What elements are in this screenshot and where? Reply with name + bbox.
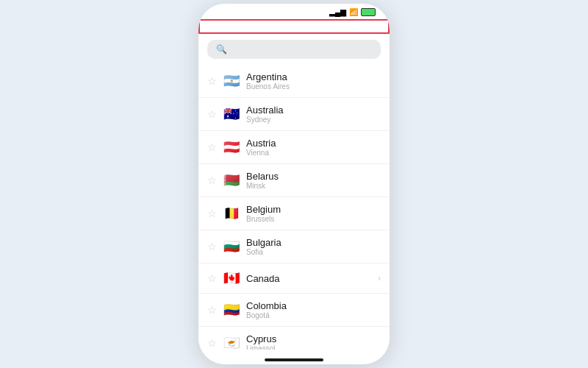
country-flag: 🇧🇬 [223, 238, 240, 255]
location-info: Bulgaria Sofia [246, 237, 381, 256]
location-city: Sydney [246, 116, 381, 124]
location-name: Austria [246, 138, 381, 149]
location-city: Minsk [246, 182, 381, 190]
status-icons: ▂▄▆ 📶 [329, 8, 378, 16]
favorite-icon[interactable]: ☆ [207, 174, 217, 186]
list-item[interactable]: ☆ 🇦🇷 Argentina Buenos Aires [198, 65, 390, 98]
location-name: Canada [246, 273, 372, 284]
location-name: Belgium [246, 204, 381, 215]
location-city: Buenos Aires [246, 82, 381, 91]
country-flag: 🇦🇷 [223, 73, 240, 89]
home-indicator [265, 358, 323, 361]
favorite-icon[interactable]: ☆ [207, 141, 217, 153]
search-bar: 🔍 [198, 34, 390, 65]
list-item[interactable]: ☆ 🇧🇬 Bulgaria Sofia [198, 230, 390, 263]
locations-list: ☆ 🇦🇷 Argentina Buenos Aires ☆ 🇦🇺 Austral… [198, 65, 390, 350]
status-bar: ▂▄▆ 📶 [198, 4, 390, 19]
country-flag: 🇨🇦 [223, 270, 240, 286]
country-flag: 🇧🇾 [223, 172, 240, 188]
location-info: Argentina Buenos Aires [246, 71, 381, 91]
country-flag: 🇦🇺 [223, 106, 240, 122]
battery-icon [361, 8, 376, 16]
location-info: Australia Sydney [246, 105, 381, 124]
favorite-icon[interactable]: ☆ [207, 304, 217, 316]
signal-icon: ▂▄▆ [329, 8, 346, 16]
country-flag: 🇦🇹 [223, 139, 240, 155]
list-item[interactable]: ☆ 🇨🇴 Colombia Bogotá [198, 294, 390, 327]
favorite-icon[interactable]: ☆ [207, 241, 217, 252]
favorite-icon[interactable]: ☆ [207, 272, 217, 284]
list-item[interactable]: ☆ 🇦🇺 Australia Sydney [198, 98, 390, 131]
list-item[interactable]: ☆ 🇨🇾 Cyprus Limassol [198, 327, 390, 350]
wifi-icon: 📶 [349, 8, 358, 16]
location-city: Vienna [246, 149, 381, 157]
favorite-icon[interactable]: ☆ [207, 75, 217, 87]
location-city: Brussels [246, 215, 381, 223]
bottom-bar [198, 350, 390, 364]
location-info: Colombia Bogotá [246, 300, 381, 319]
chevron-right-icon: › [378, 273, 381, 283]
nav-bar [198, 19, 390, 34]
country-flag: 🇨🇾 [223, 335, 240, 350]
location-city: Limassol [246, 344, 381, 350]
location-name: Belarus [246, 171, 381, 182]
search-icon: 🔍 [216, 44, 227, 54]
location-name: Bulgaria [246, 237, 381, 248]
location-city: Sofia [246, 248, 381, 256]
location-name: Colombia [246, 300, 381, 311]
country-flag: 🇨🇴 [223, 302, 240, 318]
favorite-icon[interactable]: ☆ [207, 208, 217, 219]
location-info: Canada [246, 273, 372, 284]
location-info: Cyprus Limassol [246, 333, 381, 350]
location-info: Austria Vienna [246, 138, 381, 157]
favorite-icon[interactable]: ☆ [207, 337, 217, 349]
location-city: Bogotá [246, 311, 381, 319]
location-info: Belgium Brussels [246, 204, 381, 223]
phone-frame: ▂▄▆ 📶 🔍 ☆ 🇦🇷 Argentina Buenos Aires ☆ 🇦🇺 [198, 4, 390, 364]
location-name: Australia [246, 105, 381, 116]
search-input[interactable]: 🔍 [207, 40, 381, 59]
favorite-icon[interactable]: ☆ [207, 108, 217, 120]
country-flag: 🇧🇪 [223, 205, 240, 222]
list-item[interactable]: ☆ 🇦🇹 Austria Vienna [198, 131, 390, 164]
location-info: Belarus Minsk [246, 171, 381, 190]
location-name: Cyprus [246, 333, 381, 344]
location-name: Argentina [246, 71, 381, 82]
list-item[interactable]: ☆ 🇧🇾 Belarus Minsk [198, 164, 390, 197]
list-item[interactable]: ☆ 🇨🇦 Canada › [198, 263, 390, 294]
list-item[interactable]: ☆ 🇧🇪 Belgium Brussels [198, 197, 390, 230]
